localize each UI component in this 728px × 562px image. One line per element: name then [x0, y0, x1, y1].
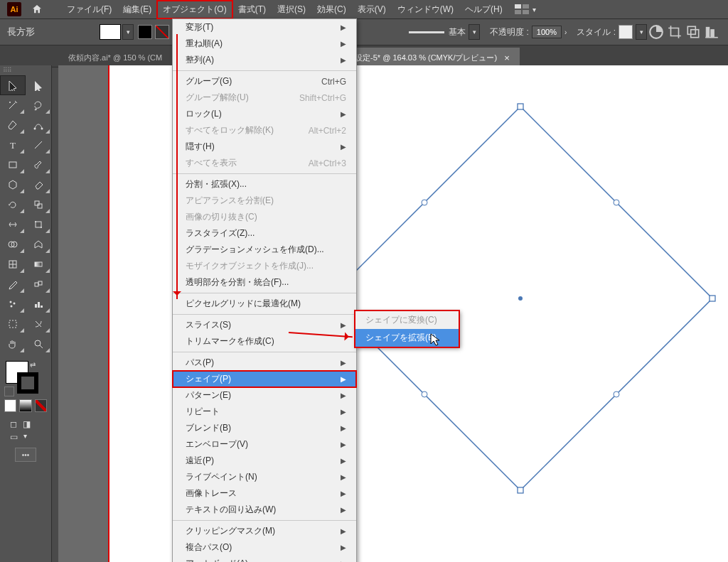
menu-item[interactable]: 隠す(H)▶	[173, 139, 356, 155]
menu-item[interactable]: ラスタライズ(Z)...	[173, 225, 356, 242]
menu-item[interactable]: アートボード(A)▶	[173, 556, 356, 562]
eraser-tool[interactable]	[26, 175, 51, 195]
free-transform-tool[interactable]	[26, 215, 51, 234]
edit-toolbar-button[interactable]: •••	[15, 448, 36, 462]
menu-表示[interactable]: 表示(V)	[352, 1, 392, 18]
fill-swatch[interactable]	[100, 24, 121, 40]
shaper-tool[interactable]	[0, 175, 26, 195]
menu-item[interactable]: パス(P)▶	[173, 355, 356, 371]
menu-ファイル[interactable]: ファイル(F)	[61, 1, 117, 18]
slice-tool[interactable]	[26, 314, 51, 334]
menu-item[interactable]: 分割・拡張(X)...	[173, 176, 356, 193]
screen-mode-dropdown[interactable]: ▾	[23, 432, 27, 442]
menu-書式[interactable]: 書式(T)	[232, 1, 272, 18]
home-icon[interactable]	[30, 2, 44, 16]
fill-dropdown[interactable]: ▾	[122, 24, 134, 40]
selection-tool[interactable]	[0, 75, 26, 95]
menu-item[interactable]: テキストの回り込み(W)▶	[173, 502, 356, 518]
curvature-tool[interactable]	[26, 115, 51, 135]
artboard-tool[interactable]	[0, 314, 26, 334]
none-mode[interactable]	[35, 399, 47, 412]
eyedropper-tool[interactable]	[0, 274, 26, 294]
perspective-tool[interactable]	[26, 234, 51, 254]
shape-builder-tool[interactable]	[0, 234, 26, 254]
crop-icon[interactable]	[667, 24, 682, 40]
submenu-item[interactable]: シェイプを拡張(E)	[355, 329, 459, 347]
menu-item[interactable]: グループ(G)Ctrl+G	[173, 73, 356, 90]
menu-item[interactable]: ピクセルグリッドに最適化(M)	[173, 296, 356, 312]
workspace-switcher-icon[interactable]: ▾	[514, 4, 536, 14]
close-tab-icon[interactable]: ×	[504, 53, 510, 63]
lasso-tool[interactable]	[26, 95, 51, 115]
menu-item[interactable]: スライス(S)▶	[173, 317, 356, 333]
menu-item[interactable]: 重ね順(A)▶	[173, 36, 356, 52]
app-logo[interactable]: Ai	[7, 2, 21, 16]
magic-wand-tool[interactable]	[0, 95, 26, 115]
width-tool[interactable]	[0, 215, 26, 234]
fill-stroke-control[interactable]: ⇄	[0, 358, 51, 396]
document-tab[interactable]: 依頼内容.ai* @ 150 % (CM	[58, 48, 172, 67]
stroke-weight-preview[interactable]	[409, 31, 444, 33]
graphic-style-swatch[interactable]	[619, 25, 633, 39]
draw-normal-icon[interactable]: ◻	[10, 419, 17, 429]
pen-tool[interactable]	[0, 115, 26, 135]
menu-編集[interactable]: 編集(E)	[117, 1, 157, 18]
no-stroke-icon[interactable]	[155, 25, 169, 39]
blend-tool[interactable]	[26, 274, 51, 294]
symbol-sprayer-tool[interactable]	[0, 294, 26, 314]
mesh-tool[interactable]	[0, 254, 26, 274]
align-icon[interactable]	[704, 24, 719, 40]
menu-item[interactable]: ロック(L)▶	[173, 106, 356, 122]
swap-fill-stroke-icon[interactable]: ⇄	[30, 361, 36, 369]
menu-item[interactable]: パターン(E)▶	[173, 387, 356, 404]
opacity-stepper[interactable]: ›	[564, 28, 567, 36]
menu-item[interactable]: ブレンド(B)▶	[173, 420, 356, 436]
menu-効果[interactable]: 効果(C)	[311, 1, 352, 18]
stroke-box[interactable]	[17, 372, 38, 394]
menu-選択[interactable]: 選択(S)	[272, 1, 311, 18]
selected-shape[interactable]	[321, 99, 719, 497]
paintbrush-tool[interactable]	[26, 155, 51, 175]
rotate-tool[interactable]	[0, 195, 26, 215]
menu-item[interactable]: 画像トレース▶	[173, 485, 356, 502]
menu-item[interactable]: 整列(A)▶	[173, 52, 356, 68]
menu-item[interactable]: エンベロープ(V)▶	[173, 436, 356, 453]
rectangle-tool[interactable]	[0, 155, 26, 175]
color-mode[interactable]	[4, 399, 16, 412]
menu-item: グループ解除(U)Shift+Ctrl+G	[173, 90, 356, 106]
type-tool[interactable]: T	[0, 135, 26, 155]
graph-tool[interactable]	[26, 294, 51, 314]
hand-tool[interactable]	[0, 334, 26, 354]
menu-item[interactable]: リピート▶	[173, 404, 356, 420]
screen-mode-icon[interactable]: ▭	[10, 432, 18, 442]
menu-ヘルプ[interactable]: ヘルプ(H)	[459, 1, 508, 18]
draw-behind-icon[interactable]: ◨	[23, 419, 31, 429]
stroke-style-dropdown[interactable]: ▾	[469, 24, 480, 40]
direct-selection-tool[interactable]	[26, 75, 51, 95]
opacity-field[interactable]: 100%	[532, 26, 562, 38]
menu-item[interactable]: グラデーションメッシュを作成(D)...	[173, 242, 356, 258]
svg-rect-25	[38, 281, 42, 285]
svg-rect-29	[35, 304, 37, 308]
scale-tool[interactable]	[26, 195, 51, 215]
default-fill-stroke-icon[interactable]	[4, 387, 14, 396]
stroke-swatch[interactable]	[138, 25, 152, 39]
zoom-tool[interactable]	[26, 334, 51, 354]
graphic-style-dropdown[interactable]: ▾	[636, 24, 647, 40]
line-tool[interactable]	[26, 135, 51, 155]
menu-item[interactable]: ライブペイント(N)▶	[173, 469, 356, 485]
menu-オブジェクト[interactable]: オブジェクト(O)	[157, 1, 232, 18]
menu-item[interactable]: 透明部分を分割・統合(F)...	[173, 274, 356, 291]
menu-ウィンドウ[interactable]: ウィンドウ(W)	[392, 1, 459, 18]
menu-item[interactable]: クリッピングマスク(M)▶	[173, 523, 356, 539]
isolate-icon[interactable]	[685, 24, 701, 40]
svg-rect-3	[523, 10, 529, 14]
svg-point-27	[14, 303, 16, 305]
menu-item[interactable]: シェイプ(P)▶	[173, 371, 356, 387]
menu-item[interactable]: 変形(T)▶	[173, 19, 356, 36]
recolor-icon[interactable]	[648, 24, 664, 40]
gradient-mode[interactable]	[19, 399, 31, 412]
menu-item[interactable]: 遠近(P)▶	[173, 453, 356, 469]
menu-item[interactable]: 複合パス(O)▶	[173, 539, 356, 556]
gradient-tool[interactable]	[26, 254, 51, 274]
